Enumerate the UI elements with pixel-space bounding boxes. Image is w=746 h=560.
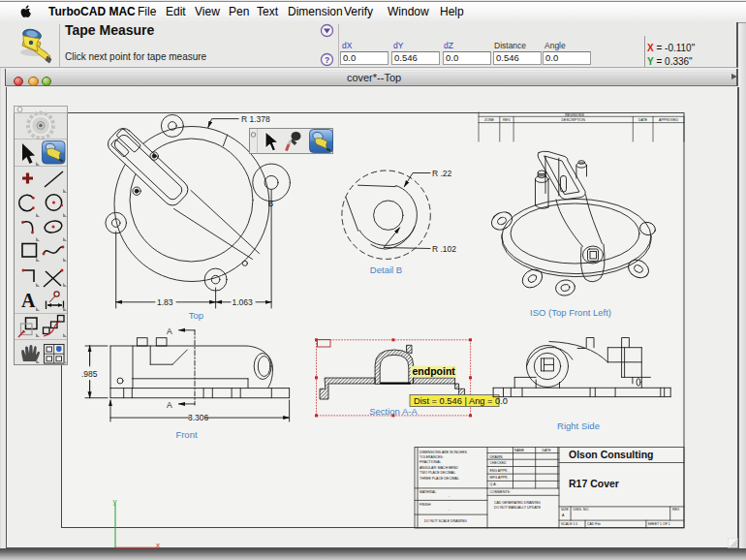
svg-text:REV.: REV. [503, 118, 511, 122]
svg-text:DWG. NO.: DWG. NO. [574, 508, 590, 512]
svg-text:DO NOT MANUALLY UPDATE: DO NOT MANUALLY UPDATE [494, 506, 542, 510]
svg-text:SIZE: SIZE [561, 508, 569, 512]
svg-text:DESCRIPTION: DESCRIPTION [561, 118, 585, 122]
svg-text:1.063: 1.063 [233, 297, 254, 307]
svg-text:Section A-A: Section A-A [369, 406, 418, 417]
svg-text:R17 Cover: R17 Cover [569, 478, 619, 489]
svg-text:Top: Top [189, 310, 203, 321]
svg-text:ANGULAR: MACH BEND: ANGULAR: MACH BEND [420, 466, 458, 470]
svg-text:MATERIAL: MATERIAL [420, 490, 436, 494]
svg-text:Dist = 0.546 | Ang = 0.0: Dist = 0.546 | Ang = 0.0 [414, 396, 508, 406]
svg-text:TWO PLACE DECIMAL: TWO PLACE DECIMAL [420, 471, 455, 475]
svg-text:ENG APPR.: ENG APPR. [490, 469, 509, 473]
svg-text:R .102: R .102 [432, 244, 456, 254]
svg-text:Q.A.: Q.A. [490, 482, 497, 486]
svg-text:Right Side: Right Side [557, 420, 600, 431]
svg-text:Olson Consulting: Olson Consulting [569, 449, 654, 460]
svg-text:DO NOT SCALE DRAWING: DO NOT SCALE DRAWING [424, 519, 467, 523]
svg-text:DRAWN: DRAWN [490, 455, 504, 459]
svg-text:FRACTIONAL: FRACTIONAL [420, 460, 441, 464]
svg-text:CHECKED: CHECKED [490, 461, 508, 465]
svg-text:R .22: R .22 [432, 169, 452, 178]
svg-text:1.83: 1.83 [157, 297, 173, 307]
svg-text:B: B [268, 199, 274, 208]
svg-text:Detail B: Detail B [370, 264, 402, 275]
svg-text:THREE PLACE DECIMAL: THREE PLACE DECIMAL [420, 477, 459, 481]
svg-text:y: y [113, 497, 117, 506]
svg-text:A: A [167, 327, 172, 336]
svg-text:ISO (Top Front Left): ISO (Top Front Left) [530, 307, 611, 318]
svg-text:MFG APPR.: MFG APPR. [490, 476, 509, 480]
svg-text:FINISH: FINISH [420, 503, 431, 507]
svg-text:NAME: NAME [514, 449, 525, 452]
svg-text:R 1.378: R 1.378 [241, 114, 270, 124]
svg-text:DATE: DATE [542, 449, 551, 452]
svg-text:SHEET 1 OF 1: SHEET 1 OF 1 [648, 522, 670, 526]
svg-text:DIMENSIONS ARE IN INCHES: DIMENSIONS ARE IN INCHES [420, 451, 467, 454]
svg-text:REVISIONS: REVISIONS [565, 113, 584, 117]
svg-text:CAD GENERATED DRAWING: CAD GENERATED DRAWING [494, 501, 541, 505]
svg-text:A: A [21, 290, 36, 311]
svg-text:DATE: DATE [638, 118, 648, 122]
svg-text:A: A [167, 400, 172, 410]
svg-text:ZONE: ZONE [484, 118, 495, 122]
svg-text:CAD File: CAD File [587, 522, 601, 526]
svg-text:COMMENTS:: COMMENTS: [490, 490, 511, 494]
svg-text:APPROVED: APPROVED [659, 118, 678, 122]
svg-text:SCALE 1:1: SCALE 1:1 [561, 522, 577, 526]
svg-text:TOLERANCES:: TOLERANCES: [420, 455, 444, 459]
svg-text:endpoint: endpoint [413, 365, 456, 377]
svg-text:.985: .985 [81, 369, 98, 379]
svg-text:3.306: 3.306 [188, 413, 209, 422]
svg-text:Front: Front [175, 429, 198, 440]
svg-text:REV.: REV. [672, 508, 680, 512]
